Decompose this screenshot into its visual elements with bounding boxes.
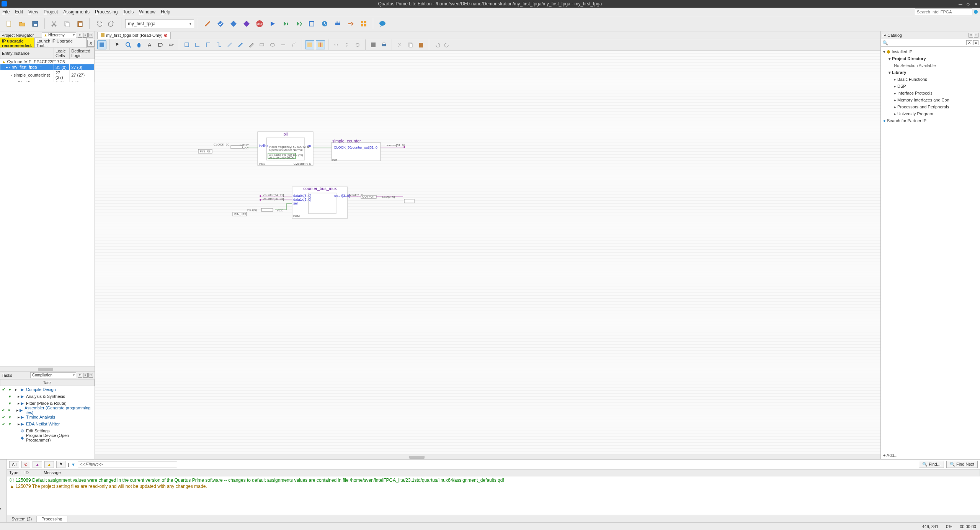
- copy-icon[interactable]: [406, 40, 415, 49]
- col-id[interactable]: ID: [22, 469, 41, 476]
- compile-check-icon[interactable]: [215, 18, 226, 29]
- horizontal-scrollbar[interactable]: [0, 366, 95, 371]
- arc-tool-icon[interactable]: [289, 40, 299, 49]
- col-message[interactable]: Message: [41, 469, 980, 476]
- menu-edit[interactable]: Edit: [15, 9, 23, 15]
- compile-analysis-icon[interactable]: [228, 18, 239, 29]
- pan-tool-icon[interactable]: [134, 40, 144, 49]
- menu-assignments[interactable]: Assignments: [63, 9, 90, 15]
- open-file-icon[interactable]: [17, 18, 28, 29]
- tab-system[interactable]: System (2): [7, 516, 37, 522]
- flip-h-icon[interactable]: [332, 40, 341, 49]
- help-chat-icon[interactable]: [377, 18, 388, 29]
- task-row[interactable]: ✔▾▸▶EDA Netlist Writer: [0, 420, 95, 427]
- detach-icon[interactable]: ⊡: [969, 33, 973, 38]
- messages-vertical-tab[interactable]: Messages: [0, 460, 7, 522]
- cut-icon[interactable]: [49, 18, 59, 29]
- panel-close-icon[interactable]: □: [974, 33, 978, 38]
- filter-error-icon[interactable]: ⊘: [21, 461, 30, 468]
- find-next-button[interactable]: 🔍 Find Next: [946, 461, 978, 468]
- col-type[interactable]: Type: [7, 469, 22, 476]
- table-row[interactable]: ▸ ▫ my_first_fpga ⋯ 31 (0)27 (0): [0, 64, 95, 70]
- orthogonal-conduit-icon[interactable]: [214, 40, 224, 49]
- tasks-combo[interactable]: Compilation: [30, 372, 76, 378]
- programmer-icon[interactable]: [345, 18, 356, 29]
- detach-icon[interactable]: ⊡: [78, 373, 82, 378]
- cut-icon[interactable]: [395, 40, 404, 49]
- gate-level-icon[interactable]: [280, 18, 291, 29]
- editor-tab[interactable]: my_first_fpga.bdf (Read-Only) ⊘: [97, 32, 171, 39]
- partial-line-icon[interactable]: [316, 40, 325, 49]
- ip-search-input[interactable]: [890, 41, 966, 45]
- canvas-horizontal-scrollbar[interactable]: [95, 455, 880, 459]
- undo-icon[interactable]: [93, 18, 104, 29]
- tree-dsp[interactable]: DSP: [883, 83, 978, 90]
- menu-tools[interactable]: Tools: [123, 9, 134, 15]
- close-button[interactable]: ✕: [973, 1, 978, 7]
- tree-university[interactable]: University Program: [883, 110, 978, 117]
- timing-analyzer-icon[interactable]: [319, 18, 330, 29]
- col-dedicated[interactable]: Dedicated Logic: [70, 48, 95, 59]
- tree-processors[interactable]: Processors and Peripherals: [883, 103, 978, 110]
- filter-flag-icon[interactable]: ⚑: [56, 461, 65, 468]
- filter-warning-icon[interactable]: ▲: [44, 461, 54, 468]
- device-row[interactable]: ▲ Cyclone IV E: EP4CE22F17C6: [0, 59, 95, 65]
- save-icon[interactable]: [30, 18, 41, 29]
- schematic-canvas[interactable]: pll inclk0 c0 inclk0 frequency: 50.000 M…: [95, 51, 880, 455]
- hierarchy-combo[interactable]: ▲ Hierarchy: [42, 32, 76, 38]
- selection-tool-icon[interactable]: [113, 40, 122, 49]
- ip-add-bar[interactable]: + Add...: [881, 451, 980, 459]
- rectangle-tool-icon[interactable]: [257, 40, 266, 49]
- messages-list[interactable]: ⓘ 125069 Default assignment values were …: [7, 476, 980, 515]
- menu-project[interactable]: Project: [44, 9, 58, 15]
- platform-designer-icon[interactable]: [358, 18, 369, 29]
- diagonal-node-icon[interactable]: [225, 40, 234, 49]
- message-row[interactable]: ▲ 125079 The project setting files are r…: [8, 484, 978, 489]
- filter-search-icon[interactable]: ▼: [71, 462, 75, 467]
- paste-icon[interactable]: [416, 40, 426, 49]
- flip-v-icon[interactable]: [342, 40, 351, 49]
- upgrade-close-button[interactable]: X: [87, 40, 95, 47]
- stop-icon[interactable]: STOP: [254, 18, 265, 29]
- col-logic-cells[interactable]: Logic Cells: [54, 48, 70, 59]
- diagonal-conduit-icon[interactable]: [247, 40, 256, 49]
- filter-all-button[interactable]: All: [9, 461, 19, 468]
- paste-icon[interactable]: [75, 18, 85, 29]
- tab-processing[interactable]: Processing: [37, 516, 67, 522]
- menu-processing[interactable]: Processing: [95, 9, 118, 15]
- symbol-tool-icon[interactable]: [156, 40, 165, 49]
- menu-file[interactable]: File: [2, 9, 10, 15]
- tree-search-partner-ip[interactable]: ● Search for Partner IP: [883, 117, 978, 124]
- find-button[interactable]: 🔍 Find...: [919, 461, 944, 468]
- pin-planner-icon[interactable]: [332, 18, 343, 29]
- tree-basic-functions[interactable]: Basic Functions: [883, 76, 978, 83]
- rubberband-on-icon[interactable]: [305, 40, 314, 49]
- orthogonal-bus-icon[interactable]: [204, 40, 213, 49]
- diagonal-bus-icon[interactable]: [236, 40, 245, 49]
- tab-close-icon[interactable]: ⊘: [164, 33, 167, 38]
- filter-critical-icon[interactable]: ▲: [33, 461, 42, 468]
- table-row[interactable]: ▸ ▫ pll:inst2 0 (0)0 (0): [0, 80, 95, 82]
- rotate-icon[interactable]: [353, 40, 362, 49]
- copy-icon[interactable]: [62, 18, 72, 29]
- text-tool-icon[interactable]: A: [145, 40, 154, 49]
- rtl-viewer-icon[interactable]: [293, 18, 304, 29]
- print-icon[interactable]: [379, 40, 389, 49]
- clear-search-icon[interactable]: ✕: [966, 40, 972, 45]
- panel-close-icon[interactable]: □: [88, 373, 93, 378]
- tree-interface-protocols[interactable]: Interface Protocols: [883, 90, 978, 97]
- tree-library[interactable]: Library: [883, 69, 978, 76]
- menu-window[interactable]: Window: [139, 9, 155, 15]
- col-entity[interactable]: Entity:Instance: [0, 48, 54, 59]
- tree-project-directory[interactable]: Project Directory: [883, 55, 978, 62]
- undo-icon[interactable]: [432, 40, 441, 49]
- play-icon[interactable]: [267, 18, 278, 29]
- minimize-button[interactable]: —: [958, 1, 963, 7]
- chip-planner-icon[interactable]: [306, 18, 317, 29]
- tree-memory-interfaces[interactable]: Memory Interfaces and Con: [883, 97, 978, 103]
- task-row[interactable]: ✔▾▸▶Compile Design: [0, 386, 95, 393]
- redo-icon[interactable]: [443, 40, 452, 49]
- redo-icon[interactable]: [106, 18, 117, 29]
- panel-close-icon[interactable]: □: [88, 33, 93, 38]
- menu-help[interactable]: Help: [161, 9, 170, 15]
